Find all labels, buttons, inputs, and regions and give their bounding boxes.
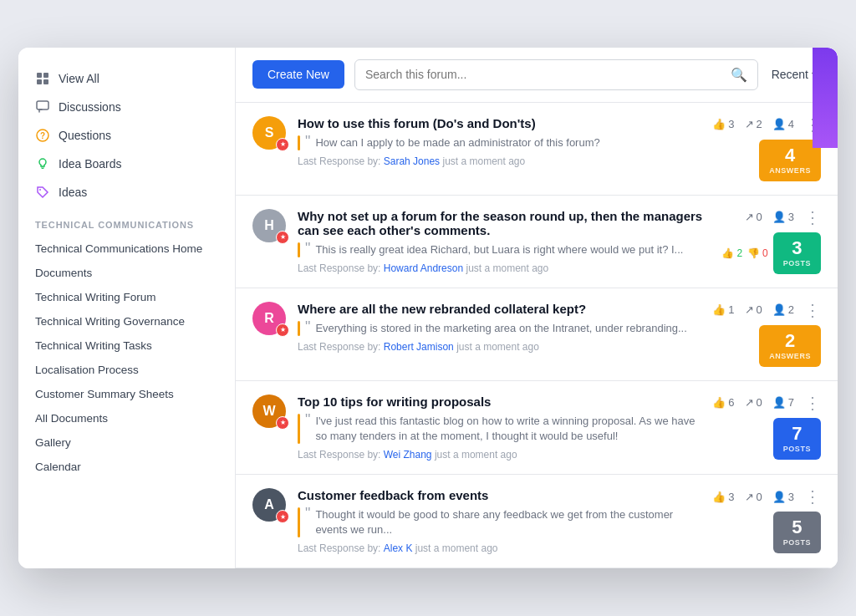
- search-bar-container: 🔍: [354, 59, 758, 90]
- answer-badge: 7 POSTS: [773, 418, 821, 460]
- avatar-badge: ★: [276, 510, 289, 523]
- post-body: Top 10 tips for writing proposals " I've…: [298, 395, 701, 461]
- thumbs-down-button[interactable]: 👎 0: [747, 247, 768, 259]
- grid-icon: [35, 71, 50, 86]
- post-title[interactable]: Top 10 tips for writing proposals: [298, 395, 701, 409]
- sidebar-item-view-all[interactable]: View All: [18, 64, 235, 93]
- more-options-button[interactable]: ⋮: [804, 488, 821, 505]
- post-right: 👍 1 ↗ 0 👤 2 ⋮ 2: [712, 302, 821, 367]
- post-author-link[interactable]: Alex K: [384, 542, 413, 554]
- posts-list: S ★ How to use this forum (Do's and Don'…: [236, 103, 838, 569]
- avatar-badge: ★: [276, 323, 289, 337]
- person-icon: 👤: [772, 118, 786, 130]
- sidebar-nav-documents[interactable]: Documents: [18, 261, 235, 285]
- avatar: H ★: [252, 209, 286, 242]
- sidebar-nav-gallery[interactable]: Gallery: [18, 430, 235, 455]
- person-icon: 👤: [772, 396, 786, 409]
- post-preview: " Thought it would be good to share any …: [298, 507, 701, 537]
- thumbs-up-button[interactable]: 👍 2: [721, 247, 742, 259]
- sidebar-nav-tech-writing-tasks[interactable]: Technical Writing Tasks: [18, 333, 235, 358]
- post-author-link[interactable]: Sarah Jones: [384, 155, 440, 167]
- more-options-button[interactable]: ⋮: [804, 395, 821, 411]
- search-input[interactable]: [365, 68, 724, 81]
- sidebar-item-discussions[interactable]: Discussions: [18, 93, 235, 121]
- post-preview: " Everything is stored in the marketing …: [298, 321, 701, 336]
- post-right: 👍 3 ↗ 2 👤 4 ⋮ 4: [712, 116, 821, 181]
- sidebar-questions-label: Questions: [59, 129, 111, 142]
- share-icon: ↗: [745, 211, 754, 223]
- svg-rect-8: [42, 168, 44, 169]
- post-excerpt: This is really great idea Richard, but L…: [315, 242, 683, 257]
- svg-rect-2: [37, 79, 42, 84]
- followers-stat: 👤 2: [772, 303, 794, 316]
- svg-rect-4: [37, 101, 48, 109]
- followers-stat: 👤 3: [772, 491, 794, 503]
- post-author-link[interactable]: Robert Jamison: [384, 341, 454, 353]
- quote-mark: ": [305, 506, 310, 521]
- sidebar-nav-customer-summary[interactable]: Customer Summary Sheets: [18, 382, 235, 406]
- post-excerpt: How can I apply to be made an administra…: [315, 135, 599, 150]
- sidebar-nav-tech-writing-forum[interactable]: Technical Writing Forum: [18, 285, 235, 309]
- answer-badge: 2 ANSWERS: [759, 325, 821, 367]
- avatar: S ★: [252, 116, 286, 150]
- post-preview: " This is really great idea Richard, but…: [298, 242, 710, 257]
- question-icon: ?: [35, 128, 50, 143]
- search-icon[interactable]: 🔍: [731, 67, 747, 83]
- post-meta: Last Response by: Howard Andreson just a…: [298, 262, 710, 274]
- person-icon: 👤: [772, 211, 786, 223]
- share-icon: ↗: [745, 118, 754, 130]
- svg-rect-0: [37, 73, 42, 78]
- create-new-button[interactable]: Create New: [252, 60, 344, 89]
- post-body: Customer feedback from events " Thought …: [298, 488, 701, 554]
- svg-rect-7: [41, 166, 44, 167]
- post-item: H ★ Why not set up a forum for the seaso…: [236, 196, 838, 288]
- post-meta: Last Response by: Robert Jamison just a …: [298, 341, 701, 353]
- sidebar: View All Discussions ? Questions: [18, 48, 236, 569]
- more-options-button[interactable]: ⋮: [804, 209, 821, 226]
- post-stats: 👍 6 ↗ 0 👤 7 ⋮: [712, 395, 821, 411]
- post-author-link[interactable]: Howard Andreson: [384, 262, 463, 274]
- main-content: Create New 🔍 Recent ▾ S ★ How to use thi…: [236, 48, 838, 569]
- post-stats: ↗ 0 👤 3 ⋮: [745, 209, 821, 226]
- chat-icon: [35, 99, 50, 115]
- sidebar-discussions-label: Discussions: [59, 100, 121, 114]
- svg-text:?: ?: [40, 131, 45, 140]
- svg-rect-1: [43, 73, 48, 78]
- share-icon: ↗: [745, 491, 754, 503]
- sidebar-item-ideas[interactable]: Ideas: [18, 178, 235, 206]
- post-item: R ★ Where are all the new rebranded coll…: [236, 288, 838, 381]
- post-time: just a moment ago: [415, 542, 498, 554]
- post-title[interactable]: Why not set up a forum for the season ro…: [298, 209, 710, 237]
- post-author-link[interactable]: Wei Zhang: [384, 449, 432, 461]
- followers-stat: 👤 4: [772, 118, 794, 130]
- sidebar-nav-localisation[interactable]: Localisation Process: [18, 358, 235, 382]
- post-title[interactable]: Customer feedback from events: [298, 488, 701, 502]
- sidebar-nav-tech-comms-home[interactable]: Technical Communications Home: [18, 237, 235, 261]
- post-excerpt: Everything is stored in the marketing ar…: [315, 321, 686, 336]
- quote-bar: [298, 321, 300, 336]
- thumbs-up-icon: 👍: [712, 118, 726, 130]
- sidebar-nav-tech-writing-governance[interactable]: Technical Writing Governance: [18, 309, 235, 333]
- thumbs-up-icon: 👍: [712, 491, 726, 503]
- sidebar-item-questions[interactable]: ? Questions: [18, 121, 235, 150]
- shares-stat: ↗ 2: [745, 118, 762, 130]
- post-body: How to use this forum (Do's and Don'ts) …: [298, 116, 701, 167]
- post-preview: " I've just read this fantastic blog on …: [298, 414, 701, 444]
- person-icon: 👤: [772, 303, 786, 316]
- post-excerpt: I've just read this fantastic blog on ho…: [315, 414, 701, 444]
- sidebar-nav-all-documents[interactable]: All Documents: [18, 406, 235, 430]
- post-meta: Last Response by: Alex K just a moment a…: [298, 542, 701, 554]
- sidebar-item-idea-boards[interactable]: Idea Boards: [18, 150, 235, 178]
- sidebar-nav-calendar[interactable]: Calendar: [18, 455, 235, 479]
- likes-stat: 👍 6: [712, 396, 734, 409]
- tag-icon: [35, 185, 50, 200]
- more-options-button[interactable]: ⋮: [804, 302, 821, 318]
- post-meta: Last Response by: Sarah Jones just a mom…: [298, 155, 701, 167]
- shares-stat: ↗ 0: [745, 303, 762, 316]
- post-title[interactable]: Where are all the new rebranded collater…: [298, 302, 701, 316]
- likes-stat: 👍 1: [712, 303, 734, 316]
- answer-badge: 5 POSTS: [773, 512, 821, 553]
- thumbs-down-icon: 👎: [747, 247, 760, 259]
- post-title[interactable]: How to use this forum (Do's and Don'ts): [298, 116, 701, 130]
- avatar: A ★: [252, 488, 286, 522]
